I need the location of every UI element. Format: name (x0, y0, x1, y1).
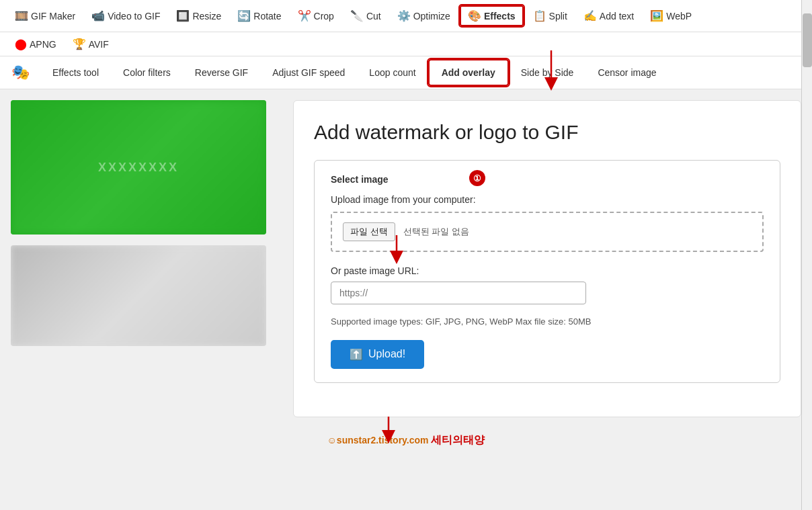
nav-webp[interactable]: 🖼️ WebP (643, 7, 698, 25)
upload-icon: ⬆️ (350, 348, 363, 361)
select-image-heading: Select image (331, 174, 764, 185)
nav-add-text[interactable]: ✍️ Add text (577, 7, 641, 25)
watermark-footer: ☺sunstar2.tistory.com 세티의태양 (0, 428, 812, 456)
gif-preview2 (11, 245, 266, 346)
tab-effects-tool[interactable]: Effects tool (40, 60, 111, 85)
cut-icon: 🔪 (350, 9, 364, 22)
nav-video-to-gif[interactable]: 📹 Video to GIF (85, 7, 167, 25)
url-input[interactable] (331, 282, 586, 304)
left-panel: XXXXXXXX (11, 100, 280, 417)
crop-icon: ✂️ (298, 9, 311, 22)
tab-adjust-gif-speed[interactable]: Adjust GIF speed (260, 60, 357, 85)
nav-optimize[interactable]: ⚙️ Optimize (391, 7, 457, 25)
nav-split[interactable]: 📋 Split (526, 7, 574, 25)
webp-icon: 🖼️ (650, 9, 663, 22)
gif-preview: XXXXXXXX (11, 100, 266, 235)
tab-reverse-gif[interactable]: Reverse GIF (183, 60, 260, 85)
tabs-row: 🎭 Effects tool Color filters Reverse GIF… (0, 56, 812, 89)
gif-preview2-blur (11, 245, 266, 346)
file-no-selected-label: 선택된 파일 없음 (403, 226, 469, 238)
upload-label: Upload image from your computer: (331, 194, 764, 205)
page-title: Add watermark or logo to GIF (314, 121, 780, 144)
select-image-box: Select image Upload image from your comp… (314, 160, 780, 383)
avif-icon: 🏆 (73, 38, 86, 50)
add-text-icon: ✍️ (583, 9, 597, 22)
top-nav: 🎞️ GIF Maker 📹 Video to GIF 🔲 Resize 🔄 R… (0, 0, 812, 32)
file-input-row: 파일 선택 선택된 파일 없음 (331, 212, 764, 252)
or-paste-label: Or paste image URL: (331, 265, 764, 276)
apng-icon: ⬤ (15, 38, 27, 50)
nav-effects[interactable]: 🎨 Effects (460, 5, 524, 26)
optimize-icon: ⚙️ (397, 9, 411, 22)
supported-text: Supported image types: GIF, JPG, PNG, We… (331, 315, 764, 329)
resize-icon: 🔲 (176, 9, 190, 22)
nav-resize[interactable]: 🔲 Resize (169, 7, 228, 25)
tab-side-by-side[interactable]: Side by Side (509, 60, 586, 85)
nav-cut[interactable]: 🔪 Cut (343, 7, 388, 25)
effects-logo: 🎭 (0, 64, 40, 81)
scrollbar[interactable] (801, 0, 812, 510)
tab-color-filters[interactable]: Color filters (111, 60, 183, 85)
gif-preview-overlay-text: XXXXXXXX (98, 161, 179, 175)
nav-avif[interactable]: 🏆 AVIF (66, 35, 116, 53)
nav-apng[interactable]: ⬤ APNG (8, 35, 63, 53)
tab-censor-image[interactable]: Censor image (585, 60, 668, 85)
scrollbar-thumb[interactable] (803, 13, 812, 67)
second-nav-row: ⬤ APNG 🏆 AVIF (0, 32, 812, 56)
file-select-button[interactable]: 파일 선택 (343, 222, 395, 241)
video-to-gif-icon: 📹 (91, 9, 105, 22)
tab-loop-count[interactable]: Loop count (357, 60, 428, 85)
tab-add-overlay[interactable]: Add overlay (428, 59, 509, 86)
gif-maker-icon: 🎞️ (15, 9, 28, 22)
split-icon: 📋 (533, 9, 546, 22)
nav-rotate[interactable]: 🔄 Rotate (231, 7, 288, 25)
nav-crop[interactable]: ✂️ Crop (291, 7, 341, 25)
upload-button[interactable]: ⬆️ Upload! (331, 340, 424, 369)
effects-icon: 🎨 (468, 9, 481, 22)
rotate-icon: 🔄 (237, 9, 251, 22)
main-content: XXXXXXXX Add watermark or logo to GIF Se… (0, 89, 812, 428)
nav-gif-maker[interactable]: 🎞️ GIF Maker (8, 7, 82, 25)
right-panel: Add watermark or logo to GIF Select imag… (293, 100, 801, 417)
